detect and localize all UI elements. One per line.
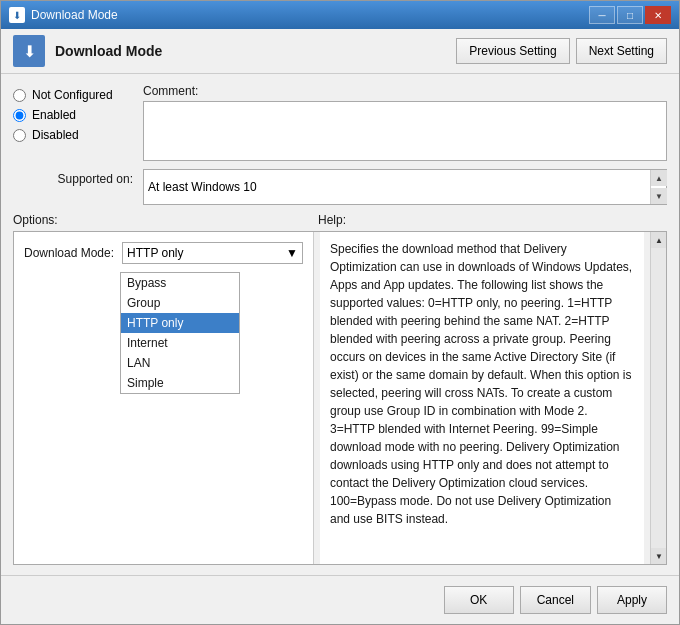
section-labels: Options: Help:: [13, 213, 667, 227]
scroll-down-arrow[interactable]: ▼: [651, 188, 667, 204]
dropdown-item-lan[interactable]: LAN: [121, 353, 239, 373]
dropdown-selected-value: HTTP only: [127, 246, 183, 260]
window-icon: ⬇: [9, 7, 25, 23]
window-title: Download Mode: [31, 8, 118, 22]
dropdown-arrow-icon: ▼: [286, 246, 298, 260]
supported-label: Supported on:: [13, 169, 143, 186]
download-mode-dropdown[interactable]: HTTP only ▼: [122, 242, 303, 264]
help-label: Help:: [318, 213, 667, 227]
title-bar-controls: ─ □ ✕: [589, 6, 671, 24]
apply-button[interactable]: Apply: [597, 586, 667, 614]
next-setting-button[interactable]: Next Setting: [576, 38, 667, 64]
supported-scrollbar: ▲ ▼: [650, 170, 666, 204]
dropdown-item-group[interactable]: Group: [121, 293, 239, 313]
maximize-button[interactable]: □: [617, 6, 643, 24]
header-bar: ⬇ Download Mode Previous Setting Next Se…: [1, 29, 679, 74]
radio-disabled[interactable]: Disabled: [13, 128, 143, 142]
title-bar: ⬇ Download Mode ─ □ ✕: [1, 1, 679, 29]
previous-setting-button[interactable]: Previous Setting: [456, 38, 569, 64]
main-bottom-panel: Download Mode: HTTP only ▼ Bypass Group …: [13, 231, 667, 565]
radio-disabled-input[interactable]: [13, 129, 26, 142]
help-scroll-up[interactable]: ▲: [651, 232, 667, 248]
help-text: Specifies the download method that Deliv…: [330, 242, 632, 526]
dropdown-item-simple[interactable]: Simple: [121, 373, 239, 393]
header-buttons: Previous Setting Next Setting: [456, 38, 667, 64]
radio-disabled-label: Disabled: [32, 128, 79, 142]
scroll-up-arrow[interactable]: ▲: [651, 170, 667, 186]
comment-textarea[interactable]: [143, 101, 667, 161]
radio-enabled-label: Enabled: [32, 108, 76, 122]
options-panel: Download Mode: HTTP only ▼ Bypass Group …: [14, 232, 314, 564]
help-scroll-down[interactable]: ▼: [651, 548, 667, 564]
options-label: Options:: [13, 213, 318, 227]
radio-not-configured-input[interactable]: [13, 89, 26, 102]
header-icon: ⬇: [13, 35, 45, 67]
comment-section: Comment:: [143, 84, 667, 161]
footer: OK Cancel Apply: [1, 575, 679, 624]
help-scrollbar: ▲ ▼: [650, 232, 666, 564]
supported-box: At least Windows 10 ▲ ▼: [143, 169, 667, 205]
dropdown-wrapper: HTTP only ▼: [122, 242, 303, 264]
cancel-button[interactable]: Cancel: [520, 586, 591, 614]
radio-enabled[interactable]: Enabled: [13, 108, 143, 122]
title-bar-left: ⬇ Download Mode: [9, 7, 118, 23]
content-area: Not Configured Enabled Disabled Comment:…: [1, 74, 679, 575]
download-mode-row: Download Mode: HTTP only ▼: [24, 242, 303, 264]
header-title: Download Mode: [55, 43, 446, 59]
supported-row: Supported on: At least Windows 10 ▲ ▼: [13, 169, 667, 205]
comment-label: Comment:: [143, 84, 667, 98]
radio-enabled-input[interactable]: [13, 109, 26, 122]
radio-not-configured[interactable]: Not Configured: [13, 88, 143, 102]
dropdown-list: Bypass Group HTTP only Internet LAN Simp…: [120, 272, 240, 394]
radio-not-configured-label: Not Configured: [32, 88, 113, 102]
dropdown-item-http-only[interactable]: HTTP only: [121, 313, 239, 333]
radio-column: Not Configured Enabled Disabled: [13, 84, 143, 161]
main-window: ⬇ Download Mode ─ □ ✕ ⬇ Download Mode Pr…: [0, 0, 680, 625]
dropdown-item-bypass[interactable]: Bypass: [121, 273, 239, 293]
help-panel: Specifies the download method that Deliv…: [320, 232, 644, 564]
close-button[interactable]: ✕: [645, 6, 671, 24]
minimize-button[interactable]: ─: [589, 6, 615, 24]
download-mode-label: Download Mode:: [24, 246, 114, 260]
top-section: Not Configured Enabled Disabled Comment:: [13, 84, 667, 161]
supported-value: At least Windows 10: [148, 180, 257, 194]
ok-button[interactable]: OK: [444, 586, 514, 614]
dropdown-item-internet[interactable]: Internet: [121, 333, 239, 353]
